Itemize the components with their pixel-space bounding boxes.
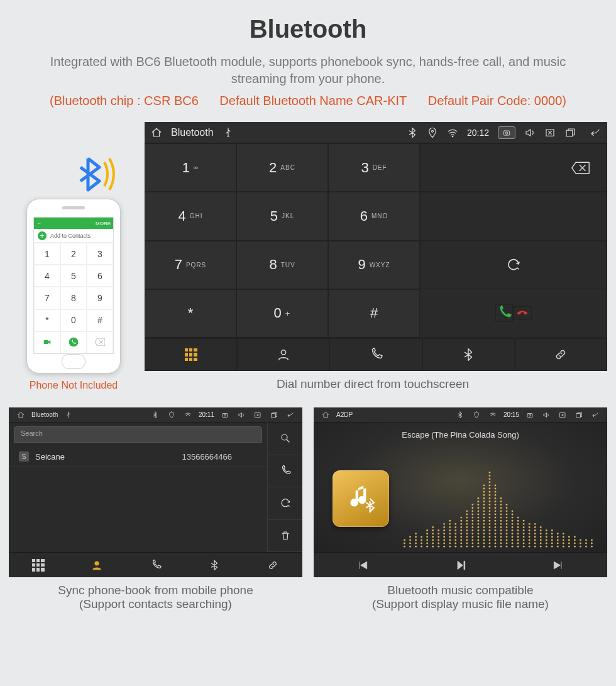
tab-dialpad[interactable]	[145, 338, 237, 371]
contact-initial: S	[19, 451, 29, 462]
tab-contacts[interactable]	[237, 338, 329, 371]
sync-action[interactable]	[267, 487, 302, 520]
key-hash[interactable]: #	[328, 289, 420, 338]
home-icon[interactable]	[151, 127, 162, 138]
screenshot-icon[interactable]	[498, 126, 515, 139]
svg-point-183	[495, 520, 497, 522]
svg-point-56	[443, 539, 445, 541]
key-0[interactable]: 0+	[236, 289, 328, 338]
contact-row[interactable]: S Seicane 13566664466	[9, 446, 267, 467]
person-icon	[91, 560, 102, 571]
tab-call-log[interactable]	[126, 552, 185, 577]
close-app-icon[interactable]	[544, 127, 556, 138]
svg-point-177	[495, 539, 497, 541]
phone-key-star: *	[34, 309, 60, 331]
bluetooth-icon	[209, 560, 220, 571]
svg-point-218	[506, 523, 508, 525]
phone-key-hash: #	[87, 309, 113, 331]
recent-apps-icon[interactable]	[268, 409, 280, 421]
svg-point-225	[512, 546, 514, 548]
svg-point-302	[568, 543, 570, 545]
tech-pair-code: Default Pair Code: 0000)	[428, 94, 566, 108]
svg-point-289	[551, 533, 553, 534]
tab-bluetooth[interactable]	[422, 338, 515, 371]
screenshot-icon[interactable]	[524, 409, 536, 421]
phonebook-caption: Sync phone-book from mobile phone (Suppo…	[9, 584, 302, 611]
call-action[interactable]	[267, 455, 302, 488]
tab-call-log[interactable]	[329, 338, 422, 371]
search-action[interactable]	[267, 423, 302, 455]
volume-icon[interactable]	[236, 409, 247, 421]
svg-point-29	[415, 536, 417, 538]
svg-point-251	[523, 533, 525, 534]
svg-point-226	[512, 543, 514, 545]
svg-point-106	[471, 529, 473, 531]
recent-apps-icon[interactable]	[564, 127, 576, 138]
svg-point-246	[517, 517, 519, 519]
tab-contacts[interactable]	[67, 552, 126, 577]
key-8[interactable]: 8TUV	[236, 241, 328, 289]
svg-point-257	[529, 543, 531, 545]
bluetooth-status-icon	[150, 409, 161, 421]
svg-point-128	[477, 504, 479, 506]
tab-pairing[interactable]	[515, 338, 607, 371]
contacts-search-input[interactable]: Search	[14, 426, 262, 443]
phone-backspace-icon	[87, 331, 113, 353]
svg-point-272	[540, 546, 542, 548]
close-app-icon[interactable]	[557, 409, 568, 421]
close-app-icon[interactable]	[252, 409, 263, 421]
redial-row[interactable]	[420, 241, 607, 289]
svg-point-299	[563, 536, 564, 538]
screenshot-icon[interactable]	[219, 409, 231, 421]
call-button[interactable]	[495, 304, 513, 322]
back-icon[interactable]	[590, 127, 601, 138]
svg-point-161	[489, 514, 491, 516]
svg-point-127	[477, 507, 479, 509]
bluetooth-waves-icon	[75, 153, 121, 195]
key-3[interactable]: 3DEF	[328, 143, 420, 192]
svg-point-101	[471, 546, 473, 548]
svg-point-71	[454, 546, 456, 548]
svg-point-133	[483, 539, 485, 541]
key-7[interactable]: 7PQRS	[145, 241, 236, 289]
svg-point-283	[546, 533, 547, 534]
back-icon[interactable]	[285, 409, 296, 421]
svg-point-111	[471, 514, 473, 516]
volume-icon[interactable]	[541, 409, 552, 421]
key-5[interactable]: 5JKL	[236, 192, 328, 240]
backspace-icon[interactable]	[571, 161, 590, 175]
key-4[interactable]: 4GHI	[145, 192, 236, 240]
svg-point-98	[466, 517, 468, 519]
key-6[interactable]: 6MNO	[328, 192, 420, 240]
svg-point-197	[500, 539, 502, 541]
next-track-button[interactable]	[509, 553, 607, 577]
key-2[interactable]: 2ABC	[236, 143, 328, 192]
svg-point-62	[449, 546, 451, 548]
tab-dialpad[interactable]	[9, 552, 67, 577]
back-icon[interactable]	[590, 409, 601, 421]
play-pause-button[interactable]	[412, 553, 510, 577]
svg-point-279	[546, 546, 547, 548]
key-9[interactable]: 9WXYZ	[328, 241, 420, 289]
svg-point-189	[495, 501, 497, 502]
home-icon[interactable]	[320, 409, 331, 421]
key-star[interactable]: *	[145, 289, 236, 338]
svg-point-124	[477, 517, 479, 519]
svg-point-89	[466, 546, 468, 548]
key-1[interactable]: 1∞	[145, 143, 236, 192]
home-icon[interactable]	[15, 409, 26, 421]
phone-key-2: 2	[60, 243, 87, 265]
tab-bluetooth[interactable]	[185, 552, 243, 577]
svg-point-298	[563, 539, 564, 541]
recent-apps-icon[interactable]	[573, 409, 585, 421]
hangup-button[interactable]	[513, 306, 532, 320]
svg-point-175	[495, 546, 497, 548]
tab-pairing[interactable]	[244, 552, 302, 577]
volume-icon[interactable]	[524, 127, 536, 138]
svg-point-163	[489, 507, 491, 509]
svg-point-35	[426, 546, 428, 548]
status-title: Bluetooth	[31, 411, 58, 418]
prev-track-button[interactable]	[314, 553, 412, 577]
svg-point-26	[415, 546, 417, 548]
delete-action[interactable]	[267, 520, 302, 553]
